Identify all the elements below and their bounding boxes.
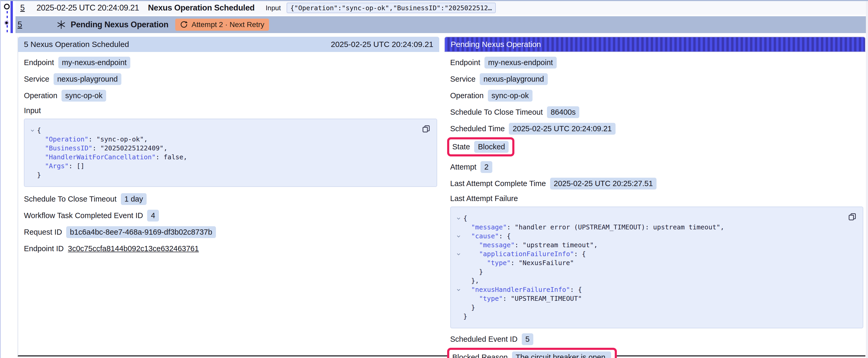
field-label: Endpoint ID bbox=[24, 245, 64, 253]
input-json-viewer: {"Operation": "sync-op-ok","BusinessID":… bbox=[24, 119, 437, 187]
field-value-badge: 2025-02-25 UTC 20:24:09.21 bbox=[509, 123, 615, 135]
field-service: Service nexus-playground bbox=[24, 73, 439, 85]
field-value-badge: 4 bbox=[147, 210, 159, 222]
field-last-attempt-complete-time: Last Attempt Complete Time 2025-02-25 UT… bbox=[450, 177, 866, 190]
event-row-pending-nexus-operation[interactable]: 5 Pending Nexus Operation Attempt 2 · Ne… bbox=[16, 16, 866, 33]
chevron-down-icon[interactable] bbox=[454, 252, 463, 256]
code-line-text: } bbox=[463, 303, 475, 312]
field-label: Service bbox=[24, 75, 50, 84]
field-label: Schedule To Close Timeout bbox=[450, 108, 543, 117]
field-blocked-reason-highlighted: Blocked Reason The circuit breaker is op… bbox=[447, 348, 866, 358]
copy-icon[interactable] bbox=[847, 212, 858, 222]
code-line-text: "message": "upstream timeout", bbox=[463, 241, 598, 250]
field-label: Blocked Reason bbox=[453, 353, 508, 358]
field-label: Scheduled Time bbox=[450, 124, 505, 133]
field-label: Scheduled Event ID bbox=[450, 335, 518, 344]
field-schedule-to-close-timeout: Schedule To Close Timeout 86400s bbox=[450, 106, 866, 118]
refresh-retry-icon bbox=[180, 21, 188, 29]
field-value-badge: nexus-playground bbox=[480, 73, 548, 85]
field-value-badge: sync-op-ok bbox=[488, 90, 532, 102]
input-section-label: Input bbox=[24, 106, 439, 115]
retry-badge-label: Attempt 2 · Next Retry bbox=[191, 21, 264, 29]
field-label: Request ID bbox=[24, 228, 62, 236]
field-scheduled-event-id: Scheduled Event ID 5 bbox=[450, 333, 866, 345]
last-attempt-failure-label: Last Attempt Failure bbox=[450, 194, 866, 203]
field-value-badge: my-nexus-endpoint bbox=[485, 57, 557, 68]
code-line-text: { bbox=[463, 214, 467, 223]
field-value-badge: sync-op-ok bbox=[61, 90, 106, 102]
chevron-down-icon[interactable] bbox=[454, 234, 463, 238]
field-value-badge: 5 bbox=[522, 333, 533, 345]
state-highlight-box: State Blocked bbox=[447, 137, 515, 156]
field-state-highlighted: State Blocked bbox=[447, 137, 866, 156]
field-value-badge: 1 day bbox=[121, 193, 147, 205]
code-line-text: }, bbox=[463, 276, 479, 285]
code-line-text: "cause": { bbox=[463, 232, 511, 241]
code-line-text: "type": "NexusFailure" bbox=[463, 259, 574, 267]
code-line-text: { bbox=[37, 126, 41, 135]
input-json-preview: {"Operation":"sync-op-ok","BusinessID":"… bbox=[287, 3, 496, 13]
field-label: Attempt bbox=[450, 163, 476, 171]
blocked-reason-value-badge: The circuit breaker is open. bbox=[512, 352, 611, 358]
pending-operation-panel: Pending Nexus Operation Endpoint my-nexu… bbox=[444, 37, 866, 355]
code-line-text: "type": "UPSTREAM_TIMEOUT" bbox=[463, 294, 582, 303]
scheduled-panel-title: 5 Nexus Operation Scheduled bbox=[24, 40, 129, 49]
pending-event-title: Pending Nexus Operation bbox=[71, 20, 168, 29]
field-endpoint-id: Endpoint ID 3c0c75ccfa8144b092c13ce63246… bbox=[24, 242, 439, 255]
field-schedule-to-close-timeout: Schedule To Close Timeout 1 day bbox=[24, 193, 439, 205]
scrollbar-track[interactable] bbox=[866, 1, 868, 358]
event-timeline-gutter bbox=[1, 1, 16, 35]
code-line-text: } bbox=[463, 267, 483, 276]
event-id-link[interactable]: 5 bbox=[18, 20, 27, 29]
field-operation: Operation sync-op-ok bbox=[24, 90, 439, 102]
field-value-badge: b1c6a4bc-8ee7-468a-9169-df3b02c8737b bbox=[66, 226, 216, 238]
event-details-area: 5 Nexus Operation Scheduled 2025-02-25 U… bbox=[18, 37, 865, 356]
code-line-text: "HandlerWaitForCancellation": false, bbox=[37, 153, 187, 162]
code-line-text: } bbox=[37, 171, 41, 180]
endpoint-id-link[interactable]: 3c0c75ccfa8144b092c13ce632463761 bbox=[68, 243, 199, 255]
event-id-link[interactable]: 5 bbox=[20, 3, 30, 12]
event-row-nexus-operation-scheduled[interactable]: 5 2025-02-25 UTC 20:24:09.21 Nexus Opera… bbox=[16, 1, 866, 15]
filled-dot-marker-icon bbox=[4, 21, 9, 25]
field-workflow-task-completed-event-id: Workflow Task Completed Event ID 4 bbox=[24, 209, 439, 222]
field-scheduled-time: Scheduled Time 2025-02-25 UTC 20:24:09.2… bbox=[450, 123, 866, 135]
chevron-down-icon[interactable] bbox=[28, 128, 37, 133]
field-endpoint: Endpoint my-nexus-endpoint bbox=[24, 57, 439, 68]
chevron-down-icon[interactable] bbox=[454, 216, 463, 221]
field-value-badge: 86400s bbox=[547, 106, 579, 118]
field-label: Schedule To Close Timeout bbox=[24, 195, 117, 203]
field-value-badge: my-nexus-endpoint bbox=[58, 57, 130, 68]
field-label: Endpoint bbox=[450, 58, 480, 67]
field-value-badge: nexus-playground bbox=[54, 73, 122, 85]
event-title: Nexus Operation Scheduled bbox=[148, 3, 254, 12]
scheduled-panel-header: 5 Nexus Operation Scheduled 2025-02-25 U… bbox=[18, 37, 439, 52]
code-line-text: "applicationFailureInfo": { bbox=[463, 250, 586, 259]
chevron-down-icon[interactable] bbox=[454, 288, 463, 292]
input-label: Input bbox=[266, 4, 281, 12]
field-value-badge: 2025-02-25 UTC 20:25:27.51 bbox=[550, 178, 656, 190]
open-circle-marker-icon bbox=[4, 4, 10, 9]
field-label: Operation bbox=[24, 91, 57, 100]
field-label: Last Attempt Complete Time bbox=[450, 179, 546, 188]
code-line-text: "Operation": "sync-op-ok", bbox=[37, 135, 148, 144]
scheduled-panel-timestamp: 2025-02-25 UTC 20:24:09.21 bbox=[331, 40, 433, 49]
pending-asterisk-icon bbox=[57, 20, 66, 29]
field-label: Endpoint bbox=[24, 58, 54, 67]
code-line-text: "BusinessID": "20250225122409", bbox=[37, 144, 167, 153]
code-line-text: "nexusHandlerFailureInfo": { bbox=[463, 285, 582, 294]
field-endpoint: Endpoint my-nexus-endpoint bbox=[450, 57, 866, 68]
copy-icon[interactable] bbox=[421, 124, 431, 134]
field-label: Workflow Task Completed Event ID bbox=[24, 211, 143, 220]
code-line-text: "Args": [] bbox=[37, 162, 85, 171]
scheduled-event-panel: 5 Nexus Operation Scheduled 2025-02-25 U… bbox=[18, 37, 439, 355]
pending-panel-title: Pending Nexus Operation bbox=[451, 40, 541, 49]
code-line-text: "message": "handler error (UPSTREAM_TIME… bbox=[463, 223, 724, 232]
field-label: Operation bbox=[450, 91, 484, 100]
code-line-text: } bbox=[463, 312, 467, 321]
field-request-id: Request ID b1c6a4bc-8ee7-468a-9169-df3b0… bbox=[24, 226, 439, 238]
field-attempt: Attempt 2 bbox=[450, 161, 866, 173]
retry-attempt-badge: Attempt 2 · Next Retry bbox=[175, 19, 269, 31]
workflow-event-history-page: 5 2025-02-25 UTC 20:24:09.21 Nexus Opera… bbox=[0, 0, 868, 358]
state-value-badge: Blocked bbox=[474, 141, 508, 153]
field-label: Service bbox=[450, 75, 476, 84]
